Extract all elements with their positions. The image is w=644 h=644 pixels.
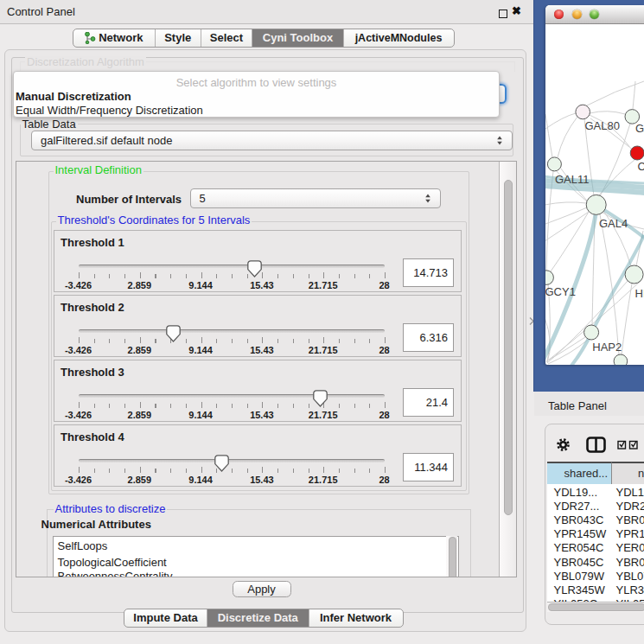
svg-text:HAP2: HAP2: [592, 341, 622, 354]
svg-text:GA: GA: [635, 122, 644, 135]
svg-text:GAL11: GAL11: [555, 173, 590, 186]
svg-text:GAL80: GAL80: [585, 119, 620, 132]
svg-text:HI: HI: [635, 287, 644, 300]
svg-text:GCY1: GCY1: [545, 285, 576, 298]
svg-text:CR: CR: [638, 160, 644, 173]
svg-text:GAL4: GAL4: [599, 217, 628, 230]
